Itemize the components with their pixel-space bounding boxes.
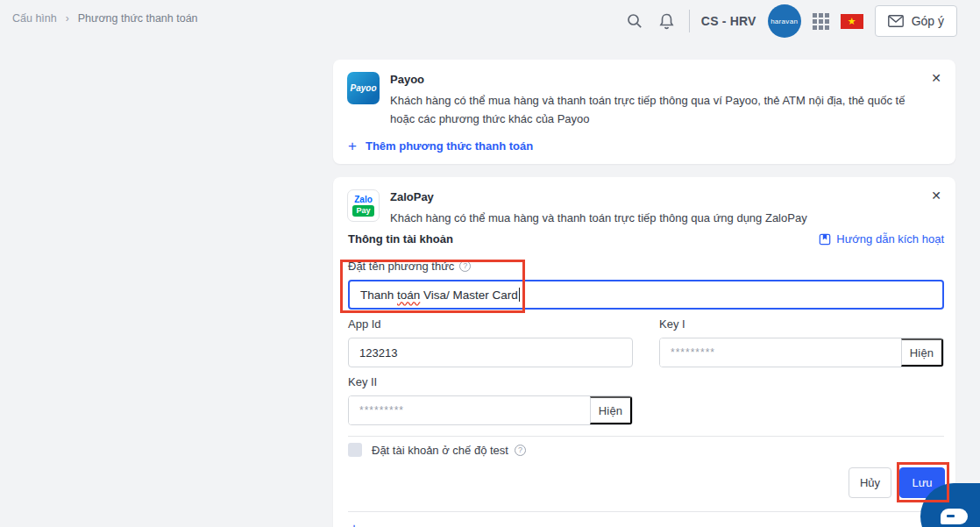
key1-show-button[interactable]: Hiện — [901, 338, 943, 367]
section-divider — [348, 436, 944, 437]
zalopay-card: Zalo Pay ZaloPay Khách hàng có thể mua h… — [333, 177, 955, 527]
zalopay-close-icon[interactable]: ✕ — [931, 189, 941, 202]
activation-guide-link[interactable]: Hướng dẫn kích hoạt — [819, 232, 944, 246]
method-name-value-prefix: Thanh — [360, 288, 397, 302]
chat-message-icon — [941, 509, 968, 524]
breadcrumb-config[interactable]: Cấu hình — [12, 12, 57, 25]
zalopay-description: Khách hàng có thể mua hàng và thanh toán… — [390, 209, 807, 227]
method-name-field: Đặt tên phương thức ? Thanh toán Visa/ M… — [348, 260, 944, 310]
bookmark-icon — [819, 233, 831, 246]
test-mode-label: Đặt tài khoản ở chế độ test — [372, 444, 508, 457]
test-mode-row: Đặt tài khoản ở chế độ test ? — [348, 443, 526, 457]
method-name-label: Đặt tên phương thức — [348, 260, 454, 273]
key2-label: Key II — [348, 375, 377, 388]
breadcrumb-separator-icon: › — [66, 12, 69, 25]
vietnam-flag-icon[interactable]: ★ — [841, 14, 863, 29]
method-name-value-suffix: Visa/ Master Card — [420, 288, 518, 302]
help-icon[interactable]: ? — [515, 445, 526, 456]
payoo-description: Khách hàng có thể mua hàng và thanh toán… — [390, 91, 906, 128]
payment-settings-page: Cấu hình › Phương thức thanh toán CS - H… — [0, 0, 980, 527]
zalopay-provider-row: Zalo Pay ZaloPay Khách hàng có thể mua h… — [347, 189, 941, 227]
method-name-value-misspelled: toán — [397, 288, 420, 302]
zalopay-logo-zalo: Zalo — [354, 196, 373, 204]
key2-input[interactable] — [349, 396, 590, 424]
account-info-heading: Thông tin tài khoản — [348, 232, 453, 246]
topbar-divider — [689, 10, 690, 32]
feedback-button[interactable]: Góp ý — [875, 5, 957, 37]
zalopay-logo: Zalo Pay — [347, 189, 380, 222]
activation-guide-label: Hướng dẫn kích hoạt — [836, 232, 944, 246]
plus-icon: + — [350, 521, 359, 527]
app-id-label: App Id — [348, 317, 381, 331]
envelope-icon — [888, 15, 904, 27]
key1-label: Key I — [659, 317, 685, 331]
help-icon[interactable]: ? — [459, 260, 471, 272]
key2-show-button[interactable]: Hiện — [590, 396, 632, 424]
payoo-provider-row: Payoo Payoo Khách hàng có thể mua hàng v… — [347, 72, 941, 128]
app-id-input[interactable] — [348, 338, 633, 367]
payoo-card: Payoo Payoo Khách hàng có thể mua hàng v… — [333, 60, 955, 164]
plus-icon: + — [348, 139, 357, 153]
account-label: CS - HRV — [701, 14, 756, 28]
payoo-logo: Payoo — [347, 72, 380, 104]
zalopay-logo-pay: Pay — [352, 205, 373, 217]
cancel-button[interactable]: Hủy — [849, 467, 891, 498]
payoo-add-method-link[interactable]: + Thêm phương thức thanh toán — [348, 139, 533, 153]
method-name-input[interactable]: Thanh toán Visa/ Master Card — [348, 280, 944, 310]
topbar-actions: CS - HRV haravan ★ Góp ý — [624, 4, 957, 38]
key1-input[interactable] — [660, 338, 901, 367]
payoo-close-icon[interactable]: ✕ — [931, 72, 941, 84]
avatar[interactable]: haravan — [768, 4, 801, 38]
payoo-add-method-label: Thêm phương thức thanh toán — [366, 139, 533, 153]
zalopay-title: ZaloPay — [390, 190, 807, 203]
notification-bell-icon[interactable] — [657, 11, 678, 32]
footer-divider — [348, 511, 944, 512]
text-caret — [519, 288, 520, 302]
feedback-button-label: Góp ý — [912, 14, 944, 28]
breadcrumb-payment-methods[interactable]: Phương thức thanh toán — [78, 12, 198, 25]
key1-field: Key I Hiện — [659, 317, 944, 367]
test-mode-checkbox[interactable] — [348, 443, 362, 457]
apps-grid-icon[interactable] — [813, 13, 829, 30]
app-id-field: App Id — [348, 317, 633, 367]
search-icon[interactable] — [624, 11, 645, 32]
breadcrumb: Cấu hình › Phương thức thanh toán — [12, 12, 198, 25]
payoo-title: Payoo — [390, 73, 906, 86]
key2-field: Key II Hiện — [348, 375, 633, 425]
